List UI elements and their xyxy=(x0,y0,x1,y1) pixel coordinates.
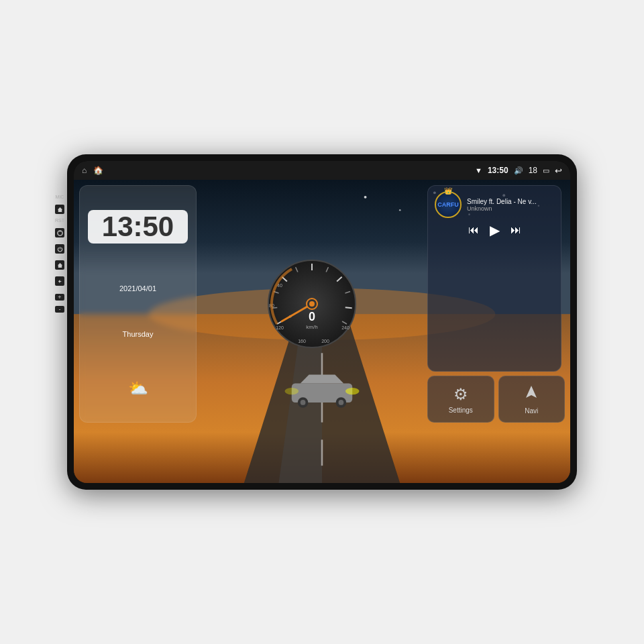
mic-label: MIC xyxy=(56,195,64,199)
home-side-button[interactable] xyxy=(55,205,64,214)
svg-rect-55 xyxy=(217,451,221,458)
svg-text:km/h: km/h xyxy=(306,324,317,330)
music-artist: Unknown xyxy=(467,205,554,212)
music-logo: 👑 CARFU xyxy=(435,191,462,218)
back-status-icon: ↩ xyxy=(555,166,562,176)
power-button[interactable] xyxy=(55,244,64,254)
back-button[interactable] xyxy=(55,276,64,286)
music-info: Smiley ft. Delia - Ne v... Unknown xyxy=(467,198,554,212)
music-controls: ⏮ ▶ ⏭ xyxy=(435,222,554,238)
volume-down-button[interactable]: - xyxy=(55,306,64,313)
svg-point-46 xyxy=(309,301,315,307)
wifi-icon: ▼ xyxy=(475,166,482,174)
navi-icon xyxy=(523,384,539,405)
svg-rect-59 xyxy=(313,440,321,447)
clock-widget: 13:50 2021/04/01 Thursday ⛅ xyxy=(79,185,197,423)
settings-icon: ⚙ xyxy=(453,385,468,404)
radio-icon xyxy=(215,439,235,464)
svg-line-50 xyxy=(129,451,133,456)
music-top: 👑 CARFU Smiley ft. Delia - Ne v... Unkno… xyxy=(435,191,554,218)
svg-rect-58 xyxy=(231,443,235,458)
video-player-button[interactable]: Video Player xyxy=(370,439,467,474)
equalizer-button[interactable]: Equalizer xyxy=(467,439,564,474)
clock-time-display: 13:50 xyxy=(88,210,188,244)
prev-button[interactable]: ⏮ xyxy=(468,224,479,236)
right-section: 👑 CARFU Smiley ft. Delia - Ne v... Unkno… xyxy=(427,185,565,423)
car-head-unit: MIC RST + - ⌂ 🏠 ▼ 13:50 xyxy=(67,154,577,490)
music-logo-text: CARFU xyxy=(437,201,459,208)
home-button-2[interactable] xyxy=(55,260,64,270)
volume-level: 18 xyxy=(529,166,537,175)
house-status-icon: 🏠 xyxy=(93,166,103,175)
settings-navi-row: ⚙ Settings Navi xyxy=(427,376,565,423)
volume-icon: 🔊 xyxy=(514,166,523,175)
rst-label: RST xyxy=(55,218,64,223)
svg-text:120: 120 xyxy=(276,325,284,330)
apps-icon xyxy=(312,439,332,464)
navi-label: Navi xyxy=(525,407,538,415)
svg-marker-66 xyxy=(416,445,423,450)
status-time: 13:50 xyxy=(488,166,508,175)
navi-button[interactable]: Navi xyxy=(498,376,566,423)
svg-text:160: 160 xyxy=(298,339,306,343)
bluetooth-button[interactable]: Bluetooth xyxy=(80,439,177,474)
svg-marker-3 xyxy=(57,262,62,267)
svg-line-49 xyxy=(129,441,133,446)
svg-rect-61 xyxy=(313,450,321,458)
radio-label: Radio xyxy=(217,466,234,474)
status-left: ⌂ 🏠 xyxy=(82,166,103,175)
speedometer-gauge: 0 40 80 120 160 200 240 xyxy=(265,257,359,351)
home-status-icon: ⌂ xyxy=(82,166,87,175)
side-buttons: MIC RST + - xyxy=(55,195,64,313)
crown-icon: 👑 xyxy=(444,187,452,195)
next-button[interactable]: ⏭ xyxy=(511,224,521,236)
svg-rect-56 xyxy=(222,445,225,458)
svg-line-35 xyxy=(345,307,352,308)
svg-line-54 xyxy=(124,451,129,456)
rst-button[interactable] xyxy=(55,228,64,237)
equalizer-label: Equalizer xyxy=(501,466,529,474)
svg-text:200: 200 xyxy=(321,339,329,343)
bluetooth-label: Bluetooth xyxy=(115,466,143,474)
screen: ⌂ 🏠 ▼ 13:50 🔊 18 ▭ ↩ xyxy=(74,161,570,483)
svg-rect-60 xyxy=(323,440,331,447)
status-bar: ⌂ 🏠 ▼ 13:50 🔊 18 ▭ ↩ xyxy=(74,161,570,180)
svg-rect-57 xyxy=(227,448,230,458)
video-player-label: Video Player xyxy=(400,466,438,474)
music-title: Smiley ft. Delia - Ne v... xyxy=(467,198,554,205)
settings-button[interactable]: ⚙ Settings xyxy=(427,376,494,423)
apps-button[interactable]: Apps xyxy=(274,439,370,474)
radio-button[interactable]: Radio xyxy=(177,439,274,474)
svg-text:240: 240 xyxy=(341,325,350,330)
volume-up-button[interactable]: + xyxy=(55,294,64,301)
settings-label: Settings xyxy=(449,407,473,414)
main-content: 13:50 2021/04/01 Thursday ⛅ xyxy=(74,180,570,483)
clock-day: Thursday xyxy=(88,330,188,338)
svg-point-74 xyxy=(520,443,525,447)
play-button[interactable]: ▶ xyxy=(490,222,500,238)
bluetooth-icon xyxy=(119,439,139,464)
battery-icon: ▭ xyxy=(543,166,549,175)
video-player-icon xyxy=(409,439,429,464)
bottom-bar: Bluetooth Radio xyxy=(74,428,570,483)
status-right: ▼ 13:50 🔊 18 ▭ ↩ xyxy=(475,166,562,176)
svg-text:0: 0 xyxy=(309,310,315,323)
weather-icon: ⛅ xyxy=(88,379,188,398)
svg-marker-0 xyxy=(57,207,62,211)
svg-point-72 xyxy=(513,449,518,454)
music-widget: 👑 CARFU Smiley ft. Delia - Ne v... Unkno… xyxy=(427,185,561,372)
clock-date: 2021/04/01 xyxy=(88,284,188,292)
equalizer-icon xyxy=(505,439,525,464)
svg-point-70 xyxy=(506,444,511,449)
speedometer-area: 0 40 80 120 160 200 240 xyxy=(202,185,422,423)
apps-label: Apps xyxy=(315,466,330,474)
